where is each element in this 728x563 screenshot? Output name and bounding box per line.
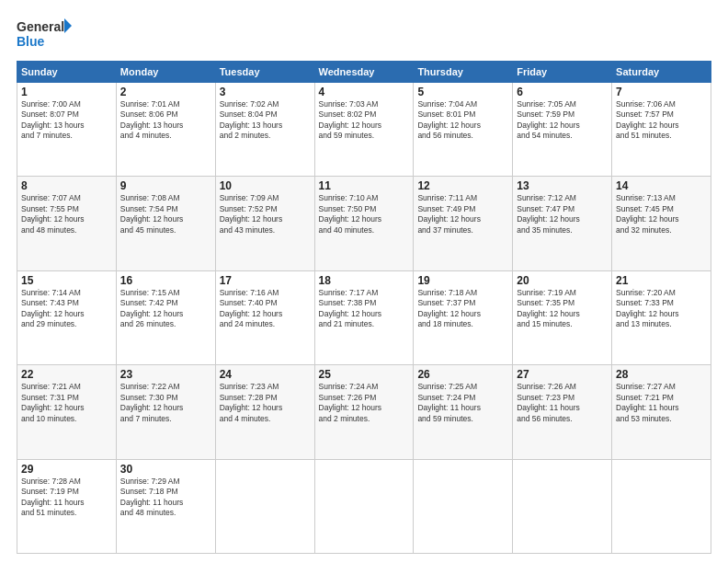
day-info: Sunrise: 7:20 AMSunset: 7:33 PMDaylight:… [616,288,707,330]
calendar-cell: 26Sunrise: 7:25 AMSunset: 7:24 PMDayligh… [414,365,513,459]
day-info: Sunrise: 7:26 AMSunset: 7:23 PMDaylight:… [517,382,608,424]
calendar-cell: 21Sunrise: 7:20 AMSunset: 7:33 PMDayligh… [612,270,711,364]
day-info: Sunrise: 7:15 AMSunset: 7:42 PMDaylight:… [120,288,211,330]
calendar-cell: 16Sunrise: 7:15 AMSunset: 7:42 PMDayligh… [116,270,215,364]
calendar-cell: 24Sunrise: 7:23 AMSunset: 7:28 PMDayligh… [215,365,314,459]
day-info: Sunrise: 7:19 AMSunset: 7:35 PMDaylight:… [517,288,608,330]
day-info: Sunrise: 7:01 AMSunset: 8:06 PMDaylight:… [120,99,211,142]
day-info: Sunrise: 7:23 AMSunset: 7:28 PMDaylight:… [220,382,311,424]
day-number: 24 [220,368,311,381]
day-info: Sunrise: 7:22 AMSunset: 7:30 PMDaylight:… [120,382,211,424]
calendar-cell: 20Sunrise: 7:19 AMSunset: 7:35 PMDayligh… [513,270,612,364]
day-number: 22 [21,368,112,381]
day-number: 26 [417,368,508,381]
day-number: 30 [120,463,211,476]
calendar-cell: 10Sunrise: 7:09 AMSunset: 7:52 PMDayligh… [215,177,314,270]
day-info: Sunrise: 7:18 AMSunset: 7:37 PMDaylight:… [417,288,508,330]
weekday-header-saturday: Saturday [612,62,711,83]
calendar-cell: 5Sunrise: 7:04 AMSunset: 8:01 PMDaylight… [414,83,513,177]
calendar-cell: 14Sunrise: 7:13 AMSunset: 7:45 PMDayligh… [612,177,711,270]
calendar-week-row: 22Sunrise: 7:21 AMSunset: 7:31 PMDayligh… [17,365,711,459]
day-number: 5 [417,86,508,98]
day-number: 29 [21,463,112,476]
day-number: 28 [616,368,707,381]
day-number: 17 [220,274,311,287]
day-info: Sunrise: 7:00 AMSunset: 8:07 PMDaylight:… [21,99,112,142]
calendar-cell: 18Sunrise: 7:17 AMSunset: 7:38 PMDayligh… [314,270,414,364]
day-number: 9 [120,179,211,192]
svg-text:General: General [17,19,64,34]
day-info: Sunrise: 7:08 AMSunset: 7:54 PMDaylight:… [120,193,211,236]
day-number: 20 [517,274,608,287]
day-number: 21 [616,274,707,287]
svg-marker-2 [64,18,72,33]
day-info: Sunrise: 7:11 AMSunset: 7:49 PMDaylight:… [417,193,508,236]
calendar-cell [215,459,314,553]
calendar-cell: 4Sunrise: 7:03 AMSunset: 8:02 PMDaylight… [314,83,414,177]
logo: General Blue [17,17,72,52]
calendar-week-row: 29Sunrise: 7:28 AMSunset: 7:19 PMDayligh… [17,459,711,553]
day-info: Sunrise: 7:28 AMSunset: 7:19 PMDaylight:… [21,477,112,519]
day-info: Sunrise: 7:09 AMSunset: 7:52 PMDaylight:… [220,193,311,236]
weekday-header-row: SundayMondayTuesdayWednesdayThursdayFrid… [17,62,711,83]
day-number: 7 [616,86,707,98]
day-number: 19 [417,274,508,287]
calendar-cell: 3Sunrise: 7:02 AMSunset: 8:04 PMDaylight… [215,83,314,177]
header: General Blue [17,17,711,52]
day-info: Sunrise: 7:16 AMSunset: 7:40 PMDaylight:… [220,288,311,330]
calendar: SundayMondayTuesdayWednesdayThursdayFrid… [17,61,711,554]
day-number: 16 [120,274,211,287]
day-info: Sunrise: 7:25 AMSunset: 7:24 PMDaylight:… [417,382,508,424]
day-number: 15 [21,274,112,287]
day-info: Sunrise: 7:21 AMSunset: 7:31 PMDaylight:… [21,382,112,424]
day-number: 11 [319,179,410,192]
day-number: 4 [319,86,410,98]
day-info: Sunrise: 7:05 AMSunset: 7:59 PMDaylight:… [517,99,608,142]
calendar-cell: 28Sunrise: 7:27 AMSunset: 7:21 PMDayligh… [612,365,711,459]
logo-svg: General Blue [17,17,72,52]
day-info: Sunrise: 7:04 AMSunset: 8:01 PMDaylight:… [417,99,508,142]
calendar-cell: 15Sunrise: 7:14 AMSunset: 7:43 PMDayligh… [17,270,117,364]
calendar-cell: 9Sunrise: 7:08 AMSunset: 7:54 PMDaylight… [116,177,215,270]
calendar-cell: 6Sunrise: 7:05 AMSunset: 7:59 PMDaylight… [513,83,612,177]
day-number: 12 [417,179,508,192]
calendar-week-row: 8Sunrise: 7:07 AMSunset: 7:55 PMDaylight… [17,177,711,270]
page: General Blue SundayMondayTuesdayWednesda… [0,0,728,563]
day-info: Sunrise: 7:10 AMSunset: 7:50 PMDaylight:… [319,193,410,236]
day-number: 14 [616,179,707,192]
day-number: 6 [517,86,608,98]
day-number: 10 [220,179,311,192]
day-info: Sunrise: 7:07 AMSunset: 7:55 PMDaylight:… [21,193,112,236]
calendar-cell: 30Sunrise: 7:29 AMSunset: 7:18 PMDayligh… [116,459,215,553]
calendar-cell [314,459,414,553]
day-info: Sunrise: 7:27 AMSunset: 7:21 PMDaylight:… [616,382,707,424]
calendar-week-row: 15Sunrise: 7:14 AMSunset: 7:43 PMDayligh… [17,270,711,364]
calendar-cell: 19Sunrise: 7:18 AMSunset: 7:37 PMDayligh… [414,270,513,364]
calendar-cell: 1Sunrise: 7:00 AMSunset: 8:07 PMDaylight… [17,83,117,177]
calendar-cell: 11Sunrise: 7:10 AMSunset: 7:50 PMDayligh… [314,177,414,270]
calendar-cell: 23Sunrise: 7:22 AMSunset: 7:30 PMDayligh… [116,365,215,459]
calendar-cell: 27Sunrise: 7:26 AMSunset: 7:23 PMDayligh… [513,365,612,459]
calendar-cell [612,459,711,553]
calendar-cell: 8Sunrise: 7:07 AMSunset: 7:55 PMDaylight… [17,177,117,270]
day-number: 8 [21,179,112,192]
day-number: 3 [220,86,311,98]
day-number: 13 [517,179,608,192]
calendar-cell: 13Sunrise: 7:12 AMSunset: 7:47 PMDayligh… [513,177,612,270]
weekday-header-monday: Monday [116,62,215,83]
weekday-header-thursday: Thursday [414,62,513,83]
day-number: 2 [120,86,211,98]
day-info: Sunrise: 7:03 AMSunset: 8:02 PMDaylight:… [319,99,410,142]
calendar-cell: 17Sunrise: 7:16 AMSunset: 7:40 PMDayligh… [215,270,314,364]
day-info: Sunrise: 7:24 AMSunset: 7:26 PMDaylight:… [319,382,410,424]
weekday-header-sunday: Sunday [17,62,117,83]
weekday-header-tuesday: Tuesday [215,62,314,83]
day-number: 23 [120,368,211,381]
svg-text:Blue: Blue [17,34,45,49]
calendar-cell: 7Sunrise: 7:06 AMSunset: 7:57 PMDaylight… [612,83,711,177]
calendar-cell: 25Sunrise: 7:24 AMSunset: 7:26 PMDayligh… [314,365,414,459]
day-number: 1 [21,86,112,98]
calendar-cell: 22Sunrise: 7:21 AMSunset: 7:31 PMDayligh… [17,365,117,459]
day-info: Sunrise: 7:17 AMSunset: 7:38 PMDaylight:… [319,288,410,330]
calendar-week-row: 1Sunrise: 7:00 AMSunset: 8:07 PMDaylight… [17,83,711,177]
